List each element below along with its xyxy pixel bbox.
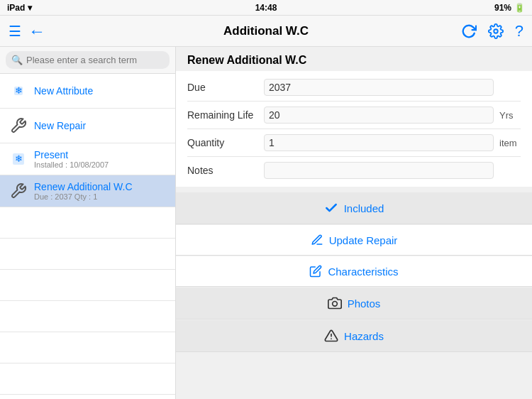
notes-input[interactable] [264, 162, 494, 179]
update-repair-button[interactable]: Update Repair [176, 225, 532, 256]
search-input-wrap[interactable]: 🔍 [6, 51, 170, 69]
svg-text:❄: ❄ [15, 153, 23, 164]
new-repair-label: New Repair [34, 120, 86, 131]
gear-icon [488, 23, 504, 39]
quantity-unit: item [499, 138, 521, 148]
help-button[interactable]: ? [515, 22, 523, 40]
settings-button[interactable] [488, 23, 504, 39]
characteristics-button[interactable]: Characteristics [176, 256, 532, 287]
photos-label: Photos [348, 297, 381, 310]
right-panel: Renew Additional W.C Due Remaining Life … [176, 47, 532, 399]
hazards-button[interactable]: Hazards [176, 320, 532, 352]
camera-icon [328, 296, 342, 310]
svg-text:❄: ❄ [15, 85, 23, 96]
empty-row [0, 301, 175, 332]
checkmark-icon [324, 201, 338, 215]
renew-subtitle: Due : 2037 Qty : 1 [34, 192, 133, 201]
warning-icon [324, 329, 338, 343]
empty-row [0, 207, 175, 239]
nav-actions: ? [461, 22, 523, 40]
left-panel: 🔍 ❄ New Attribute [0, 47, 176, 399]
remaining-life-label: Remaining Life [187, 109, 258, 121]
empty-row [0, 239, 175, 270]
remaining-life-row: Remaining Life Yrs [187, 102, 521, 129]
empty-row [0, 395, 175, 399]
hazards-label: Hazards [344, 330, 384, 342]
edit-icon [309, 265, 322, 278]
search-input[interactable] [26, 55, 164, 65]
update-repair-label: Update Repair [329, 234, 398, 246]
svg-point-0 [494, 29, 498, 33]
list-item-icon-present: ❄ [9, 149, 28, 169]
included-label: Included [344, 202, 384, 214]
due-row: Due [187, 74, 521, 102]
battery-label: 91% [494, 3, 511, 13]
renew-title: Renew Additional W.C [34, 181, 133, 192]
list-item-text-present: Present Installed : 10/08/2007 [34, 149, 109, 169]
search-bar: 🔍 [0, 47, 175, 74]
present-title: Present [34, 149, 109, 160]
hamburger-button[interactable]: ☰ [9, 23, 21, 40]
remaining-life-unit: Yrs [499, 110, 521, 121]
refresh-button[interactable] [461, 23, 477, 39]
back-button[interactable]: ← [28, 21, 45, 41]
due-label: Due [187, 82, 258, 93]
list-actions: ❄ New Attribute New Repair [0, 74, 175, 143]
present-subtitle: Installed : 10/08/2007 [34, 160, 109, 169]
nav-title: Additional W.C [223, 24, 309, 38]
new-repair-icon [9, 116, 28, 136]
notes-label: Notes [187, 165, 258, 176]
list-item[interactable]: ❄ Present Installed : 10/08/2007 [0, 143, 175, 175]
help-icon: ? [515, 22, 523, 40]
action-buttons: Included Update Repair Characteristics [176, 192, 532, 352]
refresh-icon [461, 23, 477, 39]
wifi-icon: ▾ [28, 3, 32, 13]
form-section: Due Remaining Life Yrs Quantity item Not… [176, 71, 532, 187]
list-items: ❄ Present Installed : 10/08/2007 Renew A… [0, 143, 175, 399]
nav-left: ☰ ← [9, 21, 45, 41]
quantity-label: Quantity [187, 137, 258, 148]
empty-row [0, 270, 175, 301]
svg-point-5 [332, 302, 337, 307]
status-bar: iPad ▾ 14:48 91% 🔋 [0, 0, 532, 16]
remaining-life-input[interactable] [264, 106, 494, 124]
search-icon: 🔍 [11, 55, 23, 65]
new-attribute-label: New Attribute [34, 85, 93, 97]
main-layout: 🔍 ❄ New Attribute [0, 47, 532, 399]
form-title: Renew Additional W.C [176, 47, 532, 71]
list-item[interactable]: Renew Additional W.C Due : 2037 Qty : 1 [0, 175, 175, 207]
included-button[interactable]: Included [176, 192, 532, 224]
new-repair-button[interactable]: New Repair [0, 109, 175, 143]
due-input[interactable] [264, 79, 494, 96]
status-time: 14:48 [255, 3, 277, 13]
new-attribute-button[interactable]: ❄ New Attribute [0, 74, 175, 109]
list-item-text-renew: Renew Additional W.C Due : 2037 Qty : 1 [34, 181, 133, 201]
quantity-input[interactable] [264, 134, 494, 151]
status-left: iPad ▾ [7, 3, 32, 13]
device-label: iPad [7, 3, 25, 13]
pencil-icon [311, 234, 323, 246]
back-icon: ← [28, 21, 45, 41]
battery-icon: 🔋 [514, 3, 525, 13]
empty-row [0, 332, 175, 364]
new-attribute-icon: ❄ [9, 81, 28, 101]
status-right: 91% 🔋 [494, 3, 525, 13]
characteristics-label: Characteristics [328, 266, 398, 278]
quantity-row: Quantity item [187, 129, 521, 157]
photos-button[interactable]: Photos [176, 288, 532, 319]
notes-row: Notes [187, 157, 521, 184]
nav-bar: ☰ ← Additional W.C ? [0, 16, 532, 47]
empty-row [0, 364, 175, 395]
hamburger-icon: ☰ [9, 23, 21, 40]
list-item-icon-renew [9, 181, 28, 201]
